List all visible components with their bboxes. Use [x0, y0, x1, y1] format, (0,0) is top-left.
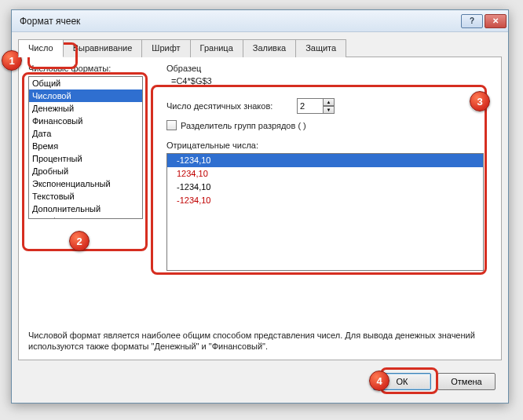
decimal-places-spinner[interactable]: ▲ ▼ — [297, 98, 335, 114]
help-button[interactable]: ? — [461, 14, 483, 28]
list-item[interactable]: Время — [29, 140, 142, 152]
ok-button[interactable]: ОК — [373, 373, 431, 390]
decimal-places-label: Число десятичных знаков: — [166, 101, 272, 111]
formats-listbox[interactable]: Общий Числовой Денежный Финансовый Дата … — [28, 76, 143, 219]
dialog-format-cells: Формат ячеек ? ✕ Число Выравнивание Шриф… — [11, 9, 509, 404]
decimal-places-input[interactable] — [297, 98, 324, 114]
list-item[interactable]: Дополнительный — [29, 203, 142, 215]
list-item[interactable]: Текстовый — [29, 190, 142, 203]
negative-numbers-listbox[interactable]: -1234,10 1234,10 -1234,10 -1234,10 — [166, 153, 484, 271]
tab-alignment[interactable]: Выравнивание — [63, 39, 143, 57]
list-item[interactable]: Процентный — [29, 152, 142, 165]
list-item[interactable]: Числовой — [29, 89, 142, 102]
list-item[interactable]: Общий — [29, 77, 142, 89]
thousands-separator-label: Разделитель групп разрядов ( ) — [181, 121, 306, 130]
titlebar[interactable]: Формат ячеек ? ✕ — [12, 10, 508, 32]
window-title: Формат ячеек — [20, 16, 461, 27]
list-item[interactable]: Экспоненциальный — [29, 177, 142, 190]
list-item[interactable]: Дата — [29, 127, 142, 140]
list-item[interactable]: Денежный — [29, 102, 142, 115]
list-item[interactable]: -1234,10 — [167, 194, 483, 207]
format-description: Числовой формат является наиболее общим … — [28, 330, 492, 352]
sample-value: =C4*$G$3 — [166, 75, 481, 90]
negative-numbers-label: Отрицательные числа: — [166, 141, 258, 150]
spinner-up-icon[interactable]: ▲ — [324, 98, 335, 106]
cancel-button[interactable]: Отмена — [437, 373, 496, 390]
tab-border[interactable]: Граница — [190, 39, 243, 57]
list-item[interactable]: Дробный — [29, 165, 142, 177]
close-button[interactable]: ✕ — [485, 14, 507, 28]
list-item[interactable]: Финансовый — [29, 115, 142, 127]
list-item[interactable]: -1234,10 — [167, 154, 483, 167]
tab-fill[interactable]: Заливка — [243, 39, 296, 57]
tab-panel-number: Числовые форматы: Общий Числовой Денежны… — [18, 57, 502, 360]
tab-protection[interactable]: Защита — [295, 39, 346, 57]
list-item[interactable]: -1234,10 — [167, 181, 483, 194]
tabstrip: Число Выравнивание Шрифт Граница Заливка… — [18, 38, 502, 57]
spinner-down-icon[interactable]: ▼ — [324, 106, 335, 114]
thousands-separator-checkbox[interactable] — [166, 120, 177, 130]
tab-font[interactable]: Шрифт — [141, 39, 190, 57]
sample-label: Образец — [166, 64, 201, 73]
list-item[interactable]: 1234,10 — [167, 167, 483, 181]
list-item[interactable]: (все форматы) — [29, 215, 142, 219]
tab-number[interactable]: Число — [18, 39, 64, 57]
formats-label: Числовые форматы: — [28, 64, 111, 73]
